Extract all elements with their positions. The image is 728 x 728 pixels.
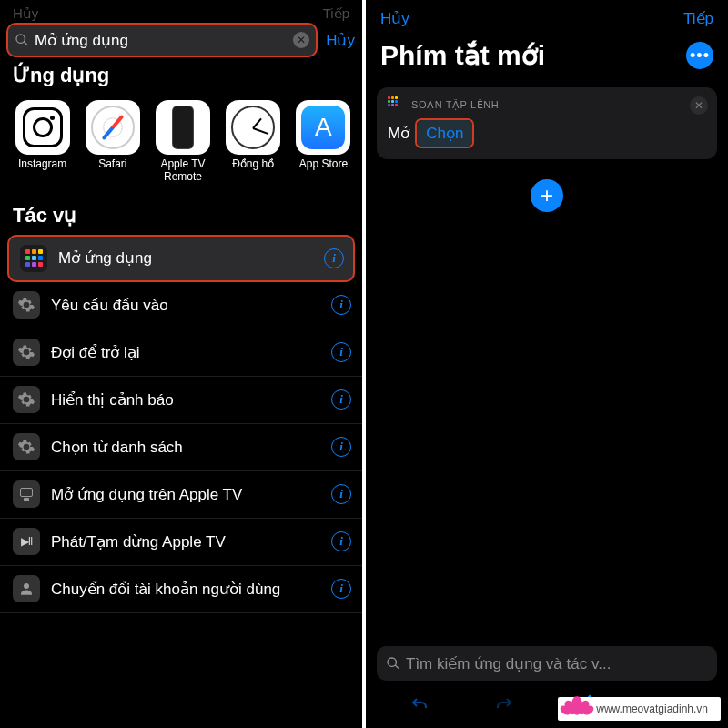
grid-icon — [388, 96, 404, 113]
search-value: Mở ứng dụng — [35, 31, 288, 50]
app-atv-remote[interactable]: Apple TV Remote — [151, 100, 214, 184]
watermark-text: www.meovatgiadinh.vn — [596, 703, 708, 715]
action-label: Đợi để trở lại — [51, 343, 320, 362]
section-apps: Ứng dụng — [0, 64, 362, 95]
undo-icon[interactable] — [409, 693, 430, 715]
app-appstore[interactable]: A App Store — [292, 100, 355, 184]
instagram-icon — [15, 100, 70, 155]
action-label: Phát/Tạm dừng Apple TV — [51, 532, 320, 551]
app-label: Apple TV Remote — [151, 158, 214, 184]
dim-cancel: Hủy — [13, 5, 38, 22]
card-static-text: Mở — [388, 124, 410, 143]
app-safari[interactable]: Safari — [81, 100, 144, 184]
info-icon[interactable]: i — [331, 484, 351, 504]
app-label: Đồng hồ — [232, 158, 274, 171]
gear-icon — [13, 291, 40, 318]
search-icon — [386, 656, 400, 671]
action-show-alert[interactable]: Hiển thị cảnh báo i — [0, 377, 362, 424]
close-icon[interactable]: ✕ — [690, 96, 708, 115]
search-input[interactable]: Mở ứng dụng ✕ — [7, 24, 317, 56]
title-row: Phím tắt mới ••• — [366, 39, 728, 87]
left-pane: Hủy Tiếp Mở ứng dụng ✕ Hủy Ứng dụng Inst… — [0, 0, 362, 728]
choose-app-button[interactable]: Chọn — [417, 120, 472, 147]
atv-remote-icon — [156, 100, 210, 155]
gear-icon — [13, 339, 40, 366]
dim-header: Hủy Tiếp — [0, 0, 362, 24]
cancel-button[interactable]: Hủy — [380, 9, 410, 28]
search-row: Mở ứng dụng ✕ Hủy — [0, 24, 362, 64]
app-label: Safari — [98, 158, 126, 171]
action-wait-return[interactable]: Đợi để trở lại i — [0, 329, 362, 377]
action-label: Mở ứng dụng — [58, 248, 313, 268]
lotus-icon — [558, 681, 596, 719]
gear-icon — [13, 433, 40, 460]
action-ask-input[interactable]: Yêu cầu đầu vào i — [0, 282, 362, 329]
card-category: SOẠN TẬP LỆNH — [411, 99, 499, 111]
appstore-icon: A — [296, 100, 350, 155]
action-label: Mở ứng dụng trên Apple TV — [51, 485, 320, 504]
redo-icon[interactable] — [493, 693, 515, 715]
info-icon[interactable]: i — [331, 531, 351, 551]
right-header: Hủy Tiếp — [366, 0, 728, 39]
action-switch-user[interactable]: Chuyển đổi tài khoản người dùng i — [0, 566, 362, 613]
grid-icon — [20, 245, 47, 272]
watermark: www.meovatgiadinh.vn — [558, 697, 721, 721]
section-actions: Tác vụ — [0, 191, 362, 235]
safari-icon — [86, 100, 140, 155]
card-body: Mở Chọn — [388, 118, 706, 150]
app-clock[interactable]: Đồng hồ — [222, 100, 285, 184]
user-icon — [13, 575, 40, 602]
action-play-pause-atv[interactable]: ▶II Phát/Tạm dừng Apple TV i — [0, 519, 362, 566]
tv-icon — [13, 480, 40, 508]
info-icon[interactable]: i — [331, 342, 351, 362]
cancel-button[interactable]: Hủy — [326, 31, 355, 50]
action-label: Chọn từ danh sách — [51, 438, 320, 457]
next-button[interactable]: Tiếp — [683, 9, 713, 28]
app-label: App Store — [299, 158, 348, 171]
info-icon[interactable]: i — [331, 389, 351, 410]
info-icon[interactable]: i — [331, 295, 351, 315]
more-button[interactable]: ••• — [686, 42, 713, 69]
clear-icon[interactable]: ✕ — [293, 32, 309, 48]
info-icon[interactable]: i — [331, 579, 351, 599]
gear-icon — [13, 386, 40, 413]
app-instagram[interactable]: Instagram — [11, 100, 74, 184]
action-label: Chuyển đổi tài khoản người dùng — [51, 580, 320, 599]
action-open-app[interactable]: Mở ứng dụng i — [7, 235, 355, 282]
app-label: Instagram — [18, 158, 66, 171]
right-pane: Hủy Tiếp Phím tắt mới ••• ✕ SOẠN TẬP LỆN… — [366, 0, 728, 728]
page-title: Phím tắt mới — [380, 39, 545, 71]
playpause-icon: ▶II — [13, 528, 40, 555]
action-choose-list[interactable]: Chọn từ danh sách i — [0, 424, 362, 471]
search-input[interactable]: Tìm kiếm ứng dụng và tác v... — [377, 646, 717, 681]
svg-point-0 — [24, 583, 29, 589]
dim-next: Tiếp — [323, 5, 349, 22]
action-open-atv[interactable]: Mở ứng dụng trên Apple TV i — [0, 471, 362, 519]
choose-label: Chọn — [426, 125, 463, 142]
search-placeholder: Tìm kiếm ứng dụng và tác v... — [406, 654, 708, 673]
action-label: Hiển thị cảnh báo — [51, 390, 320, 410]
search-icon — [15, 33, 29, 47]
card-header: SOẠN TẬP LỆNH — [388, 96, 706, 113]
info-icon[interactable]: i — [331, 437, 351, 457]
action-card: ✕ SOẠN TẬP LỆNH Mở Chọn — [377, 87, 717, 159]
action-label: Yêu cầu đầu vào — [51, 296, 320, 315]
info-icon[interactable]: i — [324, 248, 344, 268]
add-action-button[interactable]: + — [531, 179, 563, 212]
clock-icon — [226, 100, 280, 155]
apps-row: Instagram Safari Apple TV Remote Đồng hồ… — [0, 95, 362, 191]
